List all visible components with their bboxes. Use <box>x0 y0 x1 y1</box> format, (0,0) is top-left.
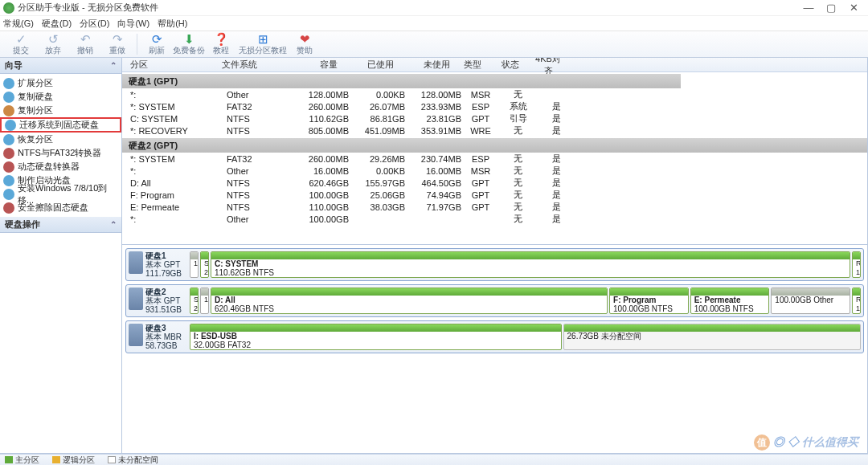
chevron-icon: ⌃ <box>110 61 117 70</box>
menu-partition[interactable]: 分区(D) <box>80 18 109 30</box>
sidebar-item[interactable]: 复制硬盘 <box>0 90 121 104</box>
sidebar-item-label: 迁移系统到固态硬盘 <box>19 119 99 131</box>
partition-row[interactable]: *: SYSTEMFAT32260.00MB26.07MB233.93MBESP… <box>122 100 867 112</box>
partition-bar[interactable]: F: Program100.00GB NTFS <box>609 288 689 314</box>
disk-header[interactable]: 硬盘2 (GPT) <box>122 138 867 153</box>
partition-row[interactable]: *: RECOVERYNTFS805.00MB451.09MB353.91MBW… <box>122 124 867 137</box>
maximize-button[interactable]: ▢ <box>820 1 842 15</box>
partition-bar[interactable]: D: All620.46GB NTFS <box>211 288 608 314</box>
col-stat[interactable]: 状态 <box>492 59 528 71</box>
disk-label: 硬盘1基本 GPT111.79GB <box>145 251 187 278</box>
titlebar: 分区助手专业版 - 无损分区免费软件 — ▢ ✕ <box>0 0 868 16</box>
partition-row[interactable]: C: SYSTEMNTFS110.62GB86.81GB23.81GBGPT引导… <box>122 112 867 124</box>
sidebar-item[interactable]: 迁移系统到固态硬盘 <box>0 117 121 133</box>
disk-maps: 硬盘1基本 GPT111.79GB1.S2.C: SYSTEM110.62GB … <box>122 244 867 360</box>
disk-icon <box>129 324 143 346</box>
sidebar-item[interactable]: 恢复分区 <box>0 133 121 146</box>
refresh-button[interactable]: ⟳刷新 <box>141 33 173 56</box>
wizard-icon <box>3 189 14 200</box>
wizard-icon <box>3 202 14 214</box>
partition-row[interactable]: *:Other16.00MB0.00KB16.00MBMSR无是 <box>122 165 867 177</box>
partition-bar[interactable]: 1. <box>190 251 199 278</box>
menu-general[interactable]: 常规(G) <box>3 18 34 30</box>
wizard-icon <box>3 105 14 116</box>
sidebar: 向导⌃ 扩展分区复制硬盘复制分区迁移系统到固态硬盘恢复分区NTFS与FAT32转… <box>0 58 122 454</box>
partition-bar[interactable]: S2. <box>190 288 199 314</box>
statusbar: 主分区 逻辑分区 未分配空间 <box>0 454 868 465</box>
partition-bar[interactable]: 1. <box>200 288 209 314</box>
wizard-header[interactable]: 向导⌃ <box>0 58 121 74</box>
col-fs[interactable]: 文件系统 <box>219 59 285 71</box>
menu-wizard[interactable]: 向导(W) <box>117 18 149 30</box>
discard-button[interactable]: ↺放弃 <box>37 33 69 56</box>
wizard-icon <box>3 161 14 173</box>
sidebar-item-label: 复制分区 <box>18 104 53 116</box>
partition-row[interactable]: E: PermeateNTFS110.00GB38.03GB71.97GBGPT… <box>122 201 867 213</box>
lossless-button[interactable]: ⊞无损分区教程 <box>237 33 289 56</box>
sidebar-item-label: 恢复分区 <box>18 133 53 145</box>
donate-button[interactable]: ❤赞助 <box>289 33 321 56</box>
menubar: 常规(G) 硬盘(D) 分区(D) 向导(W) 帮助(H) <box>0 16 868 31</box>
disk-icon <box>129 288 143 310</box>
app-icon <box>3 2 14 14</box>
disk-label: 硬盘3基本 MBR58.73GB <box>145 324 187 350</box>
disk-map[interactable]: 硬盘1基本 GPT111.79GB1.S2.C: SYSTEM110.62GB … <box>125 248 864 281</box>
disk-map[interactable]: 硬盘2基本 GPT931.51GBS2.1.D: All620.46GB NTF… <box>125 284 864 317</box>
wizard-icon <box>3 78 14 89</box>
partition-bar[interactable]: R..1.8... <box>852 251 861 278</box>
partition-row[interactable]: F: ProgramNTFS100.00GB25.06GB74.94GBGPT无… <box>122 189 867 201</box>
partition-row[interactable]: *:Other128.00MB0.00KB128.00MBMSR无 <box>122 88 867 100</box>
grid-header: 分区 文件系统 容量 已使用 未使用 类型 状态 4KB对齐 <box>122 58 867 72</box>
sidebar-item[interactable]: 复制分区 <box>0 104 121 117</box>
partition-bar[interactable]: S2. <box>200 251 209 278</box>
sidebar-item-label: 动态硬盘转换器 <box>18 161 80 173</box>
content: 分区 文件系统 容量 已使用 未使用 类型 状态 4KB对齐 硬盘1 (GPT)… <box>122 58 868 454</box>
tutorial-button[interactable]: ❓教程 <box>205 33 237 56</box>
col-partition[interactable]: 分区 <box>122 59 219 71</box>
menu-help[interactable]: 帮助(H) <box>158 18 187 30</box>
partition-bar[interactable]: 26.73GB 未分配空间 <box>563 324 861 350</box>
partition-bar[interactable]: E: Permeate100.00GB NTFS <box>690 288 770 314</box>
wizard-icon <box>3 148 14 159</box>
sidebar-item[interactable]: 安装Windows 7/8/10到移... <box>0 187 121 201</box>
close-button[interactable]: ✕ <box>842 1 865 15</box>
partition-grid[interactable]: 硬盘1 (GPT)*:Other128.00MB0.00KB128.00MBMS… <box>122 72 867 244</box>
wizard-icon <box>3 92 14 103</box>
sidebar-item[interactable]: 扩展分区 <box>0 76 121 90</box>
legend-primary: 主分区 <box>5 455 39 466</box>
partition-bar[interactable]: 100.00GB Other <box>771 288 850 314</box>
legend-logical: 逻辑分区 <box>52 455 95 466</box>
minimize-button[interactable]: — <box>797 1 820 15</box>
partition-row[interactable]: *: SYSTEMFAT32260.00MB29.26MB230.74MBESP… <box>122 153 867 165</box>
partition-bar[interactable]: R1.8. <box>852 288 861 314</box>
wizard-icon <box>5 120 16 131</box>
disk-header[interactable]: 硬盘1 (GPT) <box>122 74 681 88</box>
sidebar-item-label: 扩展分区 <box>18 77 53 89</box>
app-title: 分区助手专业版 - 无损分区免费软件 <box>18 2 797 14</box>
wizard-icon <box>3 175 14 186</box>
partition-row[interactable]: D: AllNTFS620.46GB155.97GB464.50GBGPT无是 <box>122 177 867 189</box>
col-free[interactable]: 未使用 <box>397 59 453 71</box>
col-cap[interactable]: 容量 <box>285 59 341 71</box>
undo-button[interactable]: ↶撤销 <box>69 33 101 56</box>
redo-button[interactable]: ↷重做 <box>101 33 133 56</box>
chevron-icon: ⌃ <box>110 220 117 229</box>
partition-row[interactable]: *:Other100.00GB无是 <box>122 213 867 225</box>
partition-bar[interactable]: I: ESD-USB32.00GB FAT32 <box>190 324 562 350</box>
disk-map[interactable]: 硬盘3基本 MBR58.73GBI: ESD-USB32.00GB FAT322… <box>125 320 864 353</box>
sidebar-item[interactable]: 动态硬盘转换器 <box>0 160 121 173</box>
backup-button[interactable]: ⬇免费备份 <box>173 33 205 56</box>
disk-icon <box>129 251 143 274</box>
col-used[interactable]: 已使用 <box>341 59 397 71</box>
legend-unalloc: 未分配空间 <box>108 455 158 466</box>
col-type[interactable]: 类型 <box>453 59 492 71</box>
menu-disk[interactable]: 硬盘(D) <box>42 18 72 30</box>
disk-label: 硬盘2基本 GPT931.51GB <box>145 288 187 314</box>
sidebar-item-label: NTFS与FAT32转换器 <box>18 147 101 159</box>
commit-button[interactable]: ✓提交 <box>5 33 37 56</box>
wizard-icon <box>3 134 14 145</box>
sidebar-item-label: 安全擦除固态硬盘 <box>18 202 88 214</box>
sidebar-item[interactable]: NTFS与FAT32转换器 <box>0 146 121 160</box>
partition-bar[interactable]: C: SYSTEM110.62GB NTFS <box>211 251 850 278</box>
ops-header[interactable]: 硬盘操作⌃ <box>0 217 121 233</box>
